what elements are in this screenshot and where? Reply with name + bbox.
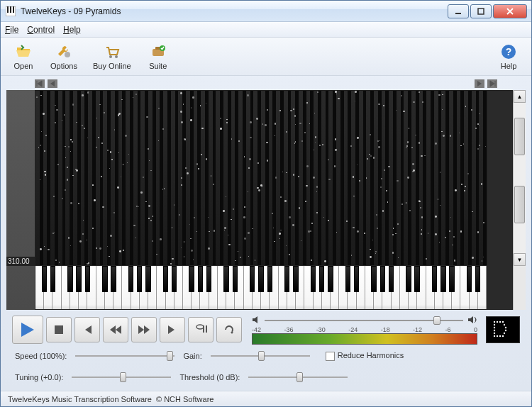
white-key[interactable] bbox=[357, 266, 365, 309]
white-key[interactable] bbox=[148, 266, 157, 309]
white-key[interactable] bbox=[409, 266, 417, 309]
speed-thumb[interactable] bbox=[167, 351, 173, 361]
white-key[interactable] bbox=[400, 266, 409, 309]
speed-slider[interactable] bbox=[75, 350, 174, 362]
gain-thumb[interactable] bbox=[258, 351, 265, 361]
scroll-down-button[interactable]: ▼ bbox=[514, 253, 526, 266]
white-key[interactable] bbox=[70, 266, 79, 309]
white-key[interactable] bbox=[470, 266, 478, 309]
white-key[interactable] bbox=[226, 266, 235, 309]
seek-back-button[interactable] bbox=[48, 79, 57, 88]
repeat-button[interactable] bbox=[216, 317, 242, 342]
white-key[interactable] bbox=[478, 266, 487, 309]
scroll-up-button[interactable]: ▲ bbox=[514, 90, 526, 103]
white-key[interactable] bbox=[87, 266, 96, 309]
white-key[interactable] bbox=[52, 266, 61, 309]
white-key[interactable] bbox=[96, 266, 105, 309]
white-key[interactable] bbox=[348, 266, 356, 309]
white-key[interactable] bbox=[365, 266, 374, 309]
gain-slider[interactable] bbox=[211, 350, 310, 362]
white-key[interactable] bbox=[166, 266, 174, 309]
white-key[interactable] bbox=[183, 266, 192, 309]
white-key[interactable] bbox=[113, 266, 122, 309]
white-key[interactable] bbox=[192, 266, 200, 309]
threshold-thumb[interactable] bbox=[297, 372, 303, 382]
white-key[interactable] bbox=[443, 266, 452, 309]
white-key[interactable] bbox=[322, 266, 331, 309]
white-key[interactable] bbox=[374, 266, 382, 309]
white-key[interactable] bbox=[200, 266, 209, 309]
checkbox-icon[interactable] bbox=[326, 352, 335, 361]
maximize-button[interactable] bbox=[470, 4, 492, 18]
white-key[interactable] bbox=[382, 266, 391, 309]
white-key[interactable] bbox=[287, 266, 296, 309]
svg-point-30 bbox=[497, 335, 498, 337]
play-button[interactable] bbox=[12, 316, 43, 344]
wrench-icon bbox=[55, 43, 72, 60]
white-key[interactable] bbox=[235, 266, 243, 309]
tuning-slider[interactable] bbox=[72, 371, 171, 384]
stop-button[interactable] bbox=[46, 317, 72, 342]
tuning-thumb[interactable] bbox=[120, 372, 126, 382]
white-key[interactable] bbox=[253, 266, 261, 309]
volume-slider[interactable] bbox=[265, 316, 463, 325]
vertical-scrollbar[interactable]: ▲ ▼ bbox=[513, 90, 526, 310]
suite-button[interactable]: Suite bbox=[141, 42, 175, 72]
white-key[interactable] bbox=[44, 266, 52, 309]
white-key[interactable] bbox=[435, 266, 443, 309]
white-key[interactable] bbox=[417, 266, 426, 309]
menu-help[interactable]: Help bbox=[63, 25, 81, 35]
seek-start-button[interactable] bbox=[35, 79, 45, 88]
white-key[interactable] bbox=[279, 266, 287, 309]
white-key[interactable] bbox=[79, 266, 87, 309]
next-button[interactable] bbox=[160, 317, 185, 342]
scroll-thumb-2[interactable] bbox=[514, 186, 525, 223]
close-button[interactable] bbox=[493, 4, 527, 18]
white-key[interactable] bbox=[426, 266, 435, 309]
white-key[interactable] bbox=[218, 266, 226, 309]
white-key[interactable] bbox=[105, 266, 113, 309]
piano-keyboard[interactable] bbox=[35, 266, 487, 310]
loop-pause-button[interactable] bbox=[188, 317, 214, 342]
white-key[interactable] bbox=[174, 266, 183, 309]
white-key[interactable] bbox=[122, 266, 131, 309]
prev-button[interactable] bbox=[74, 317, 100, 342]
white-key[interactable] bbox=[157, 266, 165, 309]
white-key[interactable] bbox=[209, 266, 218, 309]
white-key[interactable] bbox=[35, 266, 44, 309]
spectrogram[interactable] bbox=[35, 90, 487, 266]
volume-thumb[interactable] bbox=[433, 316, 440, 325]
white-key[interactable] bbox=[296, 266, 304, 309]
white-key[interactable] bbox=[140, 266, 148, 309]
menu-file[interactable]: File bbox=[5, 25, 18, 35]
menu-control[interactable]: Control bbox=[27, 25, 55, 35]
white-key[interactable] bbox=[452, 266, 460, 309]
scroll-thumb[interactable] bbox=[514, 118, 525, 155]
options-button[interactable]: Options bbox=[45, 42, 83, 72]
titlebar[interactable]: TwelveKeys - 09 Pyramids bbox=[1, 1, 531, 22]
white-key[interactable] bbox=[62, 266, 70, 309]
threshold-slider[interactable] bbox=[248, 371, 348, 384]
white-key[interactable] bbox=[131, 266, 140, 309]
white-key[interactable] bbox=[270, 266, 278, 309]
scroll-track[interactable] bbox=[514, 103, 526, 253]
seek-end-button[interactable] bbox=[487, 79, 497, 88]
white-key[interactable] bbox=[314, 266, 322, 309]
white-key[interactable] bbox=[392, 266, 400, 309]
white-key[interactable] bbox=[244, 266, 253, 309]
white-key[interactable] bbox=[339, 266, 348, 309]
buy-online-button[interactable]: Buy Online bbox=[87, 42, 137, 72]
reduce-harmonics-check[interactable]: Reduce Harmonics bbox=[326, 351, 404, 361]
white-key[interactable] bbox=[261, 266, 270, 309]
speaker-high-icon bbox=[467, 316, 477, 326]
forward-button[interactable] bbox=[131, 317, 157, 342]
open-button[interactable]: Open bbox=[6, 42, 40, 72]
help-button[interactable]: ? Help bbox=[492, 42, 526, 72]
white-key[interactable] bbox=[331, 266, 339, 309]
rewind-button[interactable] bbox=[103, 317, 128, 342]
minimize-button[interactable] bbox=[448, 4, 469, 18]
seek-fwd-button[interactable] bbox=[475, 79, 484, 88]
note-display bbox=[486, 316, 520, 343]
white-key[interactable] bbox=[460, 266, 469, 309]
white-key[interactable] bbox=[304, 266, 313, 309]
